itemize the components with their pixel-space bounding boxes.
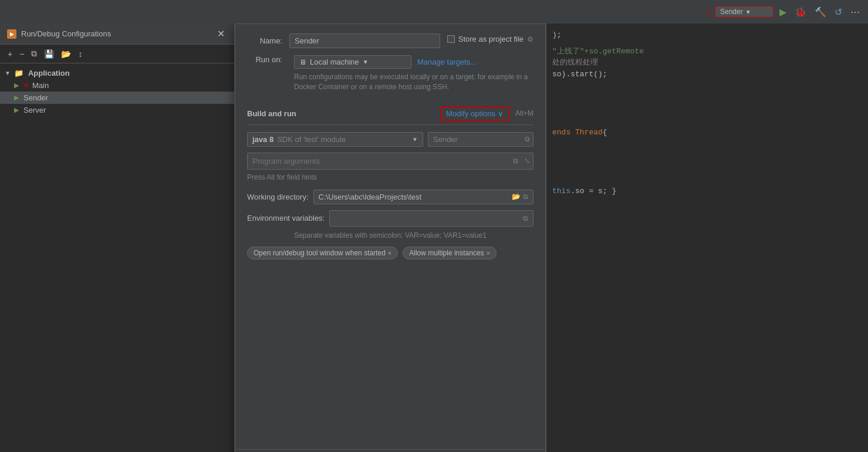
copy-config-button[interactable]: ⧉ bbox=[28, 47, 40, 60]
application-group: ▼ 📁 Application ▶ ✕ Main ▶ Sender ▶ Serv… bbox=[0, 66, 234, 117]
manage-targets-link[interactable]: Manage targets... bbox=[417, 58, 477, 66]
dialog-close-button[interactable]: ✕ bbox=[215, 28, 227, 39]
code-line-8: this.so = s; } bbox=[552, 185, 862, 197]
tree-item-application[interactable]: ▼ 📁 Application bbox=[0, 67, 234, 79]
run-config-dropdown[interactable]: Sender ▼ bbox=[715, 6, 774, 18]
sidebar-toolbar: + − ⧉ 💾 📂 ↕ bbox=[0, 45, 234, 63]
store-label: Store as project file bbox=[458, 35, 523, 43]
add-config-button[interactable]: + bbox=[5, 48, 15, 60]
run-button[interactable]: ▶ bbox=[777, 5, 789, 19]
tree-item-application-label: Application bbox=[28, 69, 70, 77]
sdk-select[interactable]: java 8 SDK of 'test' module ▼ bbox=[247, 132, 423, 147]
run-icon-sender: ▶ bbox=[14, 94, 19, 102]
tree-item-sender[interactable]: ▶ Sender bbox=[0, 92, 234, 104]
env-vars-label: Environment variables: bbox=[247, 214, 325, 222]
alt-shortcut: Alt+M bbox=[515, 109, 533, 117]
program-args-input[interactable] bbox=[247, 153, 533, 170]
run-on-arrow: ▼ bbox=[363, 59, 369, 65]
working-dir-input-wrap: C:\Users\abc\IdeaProjects\test 📂 ⧉ bbox=[313, 190, 533, 204]
tree-item-main[interactable]: ▶ ✕ Main bbox=[0, 79, 234, 92]
sdk-class-row: java 8 SDK of 'test' module ▼ ⧉ bbox=[247, 132, 533, 147]
tag1-close[interactable]: × bbox=[388, 249, 391, 257]
tree-label-main: Main bbox=[32, 81, 49, 90]
sdk-sublabel: SDK of 'test' module bbox=[277, 135, 346, 144]
sdk-arrow: ▼ bbox=[412, 136, 418, 143]
dialog-footer: Run Cancel Apply OK bbox=[235, 449, 545, 452]
name-label: Name: bbox=[247, 36, 282, 45]
code-line-1: ); bbox=[552, 29, 862, 41]
tag-allow-multiple-instances: Allow multiple instances × bbox=[403, 247, 497, 259]
computer-icon: 🖥 bbox=[299, 58, 306, 66]
more-button[interactable]: ⋯ bbox=[848, 5, 862, 19]
sort-config-button[interactable]: ↕ bbox=[75, 48, 85, 60]
gear-icon[interactable]: ⚙ bbox=[527, 35, 533, 43]
code-line-6: ends Thread{ bbox=[552, 127, 862, 139]
run-on-row: Run on: 🖥 Local machine ▼ Manage targets… bbox=[247, 55, 533, 102]
store-row: Store as project file ⚙ bbox=[447, 35, 533, 43]
class-input-wrap: ⧉ bbox=[428, 132, 533, 147]
run-icon-main: ▶ bbox=[14, 82, 19, 89]
env-vars-input-wrap[interactable]: ⧉ bbox=[329, 210, 533, 227]
folder-icon: 📁 bbox=[14, 69, 23, 77]
code-line-3: 处的线程处理 bbox=[552, 57, 862, 69]
run-on-content: 🖥 Local machine ▼ Manage targets... Run … bbox=[294, 55, 533, 102]
program-args-field-wrap: ⧉ ⤡ bbox=[247, 153, 533, 170]
name-input[interactable] bbox=[289, 33, 440, 48]
name-input-wrap: Store as project file ⚙ bbox=[289, 33, 533, 48]
working-dir-browse-icon[interactable]: 📂 bbox=[512, 193, 521, 201]
tree-item-server[interactable]: ▶ Server bbox=[0, 104, 234, 116]
run-on-select-row: 🖥 Local machine ▼ Manage targets... bbox=[294, 55, 533, 69]
reload-button[interactable]: ↺ bbox=[832, 5, 845, 19]
sep-text: Separate variables with semicolon: VAR=v… bbox=[247, 231, 533, 240]
build-run-section-header: Build and run Modify options ∨ Alt+M bbox=[247, 106, 533, 125]
modify-options-area: Modify options ∨ Alt+M bbox=[440, 106, 533, 121]
sidebar-panel: ▶ Run/Debug Configurations ✕ + − ⧉ 💾 📂 ↕… bbox=[0, 23, 235, 452]
args-copy-icon[interactable]: ⧉ bbox=[513, 157, 518, 165]
modify-options-label: Modify options bbox=[446, 109, 495, 118]
tag2-label: Allow multiple instances bbox=[409, 249, 484, 257]
working-dir-row: Working directory: C:\Users\abc\IdeaProj… bbox=[247, 190, 533, 204]
save-config-button[interactable]: 💾 bbox=[41, 48, 57, 60]
debug-button[interactable]: 🐞 bbox=[792, 5, 809, 19]
open-folder-button[interactable]: 📂 bbox=[58, 48, 74, 60]
modify-options-button[interactable]: Modify options ∨ bbox=[440, 106, 509, 121]
dialog-titlebar: ▶ Run/Debug Configurations ✕ bbox=[0, 23, 234, 45]
dialog-main: Name: Store as project file ⚙ Run on: bbox=[235, 23, 546, 452]
name-row: Name: Store as project file ⚙ bbox=[247, 33, 533, 48]
working-dir-label: Working directory: bbox=[247, 193, 309, 201]
run-config-label: Sender bbox=[720, 8, 743, 16]
tree-label-sender: Sender bbox=[23, 93, 48, 102]
code-spacer bbox=[552, 80, 862, 127]
args-expand-icon[interactable]: ⤡ bbox=[524, 157, 530, 165]
run-on-select[interactable]: 🖥 Local machine ▼ bbox=[294, 55, 411, 69]
working-dir-value: C:\Users\abc\IdeaProjects\test bbox=[319, 193, 512, 201]
working-dir-icons: 📂 ⧉ bbox=[512, 193, 528, 201]
run-number: 1 bbox=[706, 8, 710, 16]
code-panel: ); "上线了"+so.getRemote 处的线程处理 so).start()… bbox=[546, 23, 868, 452]
tree-label-server: Server bbox=[23, 106, 46, 114]
run-hint: Run configurations may be executed local… bbox=[294, 72, 533, 92]
run-config-arrow: ▼ bbox=[745, 9, 751, 15]
dialog-content: Name: Store as project file ⚙ Run on: bbox=[235, 24, 545, 449]
env-vars-row: Environment variables: ⧉ bbox=[247, 210, 533, 227]
env-vars-icons: ⧉ bbox=[523, 214, 528, 222]
class-copy-icon[interactable]: ⧉ bbox=[525, 135, 530, 143]
build-button[interactable]: 🔨 bbox=[812, 5, 829, 19]
dialog-icon: ▶ bbox=[7, 29, 16, 39]
code-spacer-2 bbox=[552, 139, 862, 185]
main-layout: ▶ Run/Debug Configurations ✕ + − ⧉ 💾 📂 ↕… bbox=[0, 23, 868, 452]
run-on-value: Local machine bbox=[310, 58, 359, 66]
env-vars-copy-icon[interactable]: ⧉ bbox=[523, 214, 528, 222]
tag2-close[interactable]: × bbox=[487, 249, 490, 257]
code-line-2: "上线了"+so.getRemote bbox=[552, 46, 862, 58]
sdk-label: java 8 bbox=[252, 135, 273, 144]
run-icon-server: ▶ bbox=[14, 106, 19, 114]
class-input[interactable] bbox=[428, 132, 533, 147]
error-badge-main: ✕ bbox=[23, 82, 29, 89]
remove-config-button[interactable]: − bbox=[16, 48, 27, 60]
tag-open-tool-window: Open run/debug tool window when started … bbox=[247, 247, 398, 259]
tree-expand-arrow: ▼ bbox=[5, 70, 11, 76]
working-dir-copy-icon[interactable]: ⧉ bbox=[523, 193, 528, 201]
dialog-title: Run/Debug Configurations bbox=[21, 29, 111, 38]
store-checkbox[interactable] bbox=[447, 35, 455, 43]
